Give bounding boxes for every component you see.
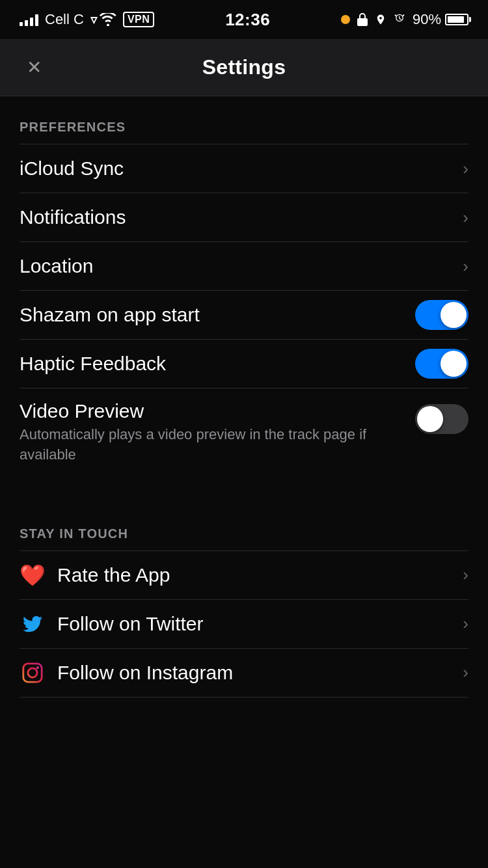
page-title: Settings <box>202 55 286 79</box>
instagram-left: Follow on Instagram <box>20 662 463 684</box>
twitter-content: Follow on Twitter <box>57 613 463 635</box>
carrier-name: Cell C <box>45 11 84 28</box>
location-icon <box>375 12 386 27</box>
close-icon: ✕ <box>27 59 42 77</box>
twitter-icon <box>20 614 46 634</box>
rate-app-left: ❤️ Rate the App <box>20 563 463 588</box>
video-preview-subtitle: Automatically plays a video preview in t… <box>20 425 415 465</box>
settings-content: PREFERENCES iCloud Sync › Notifications … <box>0 96 488 698</box>
svg-point-2 <box>28 668 37 677</box>
icloud-sync-label: iCloud Sync <box>20 157 124 179</box>
video-preview-content: Video Preview Automatically plays a vide… <box>20 400 415 465</box>
shazam-on-start-toggle-thumb <box>441 302 467 328</box>
video-preview-toggle-thumb <box>417 406 443 432</box>
heart-icon: ❤️ <box>20 563 46 588</box>
vpn-badge: VPN <box>123 12 154 27</box>
section-gap <box>0 477 488 503</box>
video-preview-left: Video Preview Automatically plays a vide… <box>20 400 415 465</box>
lock-icon <box>357 12 368 27</box>
shazam-on-start-item[interactable]: Shazam on app start <box>0 291 488 339</box>
signal-bars-icon <box>20 13 38 26</box>
wifi-icon: ▿️ <box>90 12 97 27</box>
svg-rect-0 <box>357 18 368 26</box>
alarm-icon <box>393 12 406 27</box>
battery-container: 90% <box>413 11 468 28</box>
stay-in-touch-section-header: STAY IN TOUCH <box>0 503 488 550</box>
haptic-feedback-toggle-thumb <box>441 351 467 377</box>
shazam-on-start-content: Shazam on app start <box>20 304 415 326</box>
location-content: Location <box>20 255 463 277</box>
video-preview-label: Video Preview <box>20 400 144 422</box>
header: ✕ Settings <box>0 39 488 96</box>
instagram-chevron-icon: › <box>463 662 468 683</box>
notifications-chevron-icon: › <box>463 208 468 228</box>
twitter-item[interactable]: Follow on Twitter › <box>0 600 488 648</box>
instagram-item[interactable]: Follow on Instagram › <box>0 649 488 697</box>
location-chevron-icon: › <box>463 256 468 277</box>
icloud-sync-chevron-icon: › <box>463 159 468 179</box>
rate-app-item[interactable]: ❤️ Rate the App › <box>0 551 488 599</box>
close-button[interactable]: ✕ <box>20 53 48 82</box>
divider-8 <box>20 697 468 698</box>
twitter-left: Follow on Twitter <box>20 613 463 635</box>
rate-app-content: Rate the App <box>57 564 463 586</box>
shazam-on-start-toggle[interactable] <box>415 300 468 330</box>
rate-app-label: Rate the App <box>57 564 170 586</box>
video-preview-toggle[interactable] <box>415 404 468 434</box>
twitter-label: Follow on Twitter <box>57 613 204 634</box>
location-label: Location <box>20 255 93 277</box>
icloud-sync-item[interactable]: iCloud Sync › <box>0 144 488 193</box>
wifi-symbol-icon <box>100 13 116 26</box>
instagram-content: Follow on Instagram <box>57 662 463 684</box>
video-preview-item[interactable]: Video Preview Automatically plays a vide… <box>0 388 488 477</box>
rate-app-chevron-icon: › <box>463 565 468 585</box>
preferences-section-header: PREFERENCES <box>0 96 488 144</box>
svg-point-3 <box>36 666 39 669</box>
battery-icon <box>445 14 468 25</box>
status-left: Cell C ▿️ VPN <box>20 11 154 28</box>
svg-rect-1 <box>23 663 42 681</box>
notifications-item[interactable]: Notifications › <box>0 193 488 241</box>
instagram-icon <box>20 662 46 684</box>
icloud-sync-left: iCloud Sync <box>20 157 463 180</box>
location-item[interactable]: Location › <box>0 242 488 290</box>
haptic-feedback-toggle[interactable] <box>415 349 468 379</box>
instagram-label: Follow on Instagram <box>57 662 233 683</box>
haptic-feedback-left: Haptic Feedback <box>20 353 415 375</box>
haptic-feedback-label: Haptic Feedback <box>20 353 166 374</box>
haptic-feedback-item[interactable]: Haptic Feedback <box>0 340 488 388</box>
shazam-on-start-label: Shazam on app start <box>20 304 200 325</box>
notifications-left: Notifications <box>20 206 463 228</box>
status-right: 90% <box>341 11 468 28</box>
status-time: 12:36 <box>225 10 270 30</box>
location-left: Location <box>20 255 463 277</box>
icloud-sync-content: iCloud Sync <box>20 157 463 180</box>
twitter-chevron-icon: › <box>463 614 468 634</box>
battery-percent: 90% <box>413 11 441 28</box>
status-bar: Cell C ▿️ VPN 12:36 90% <box>0 0 488 39</box>
haptic-feedback-content: Haptic Feedback <box>20 353 415 375</box>
shazam-on-start-left: Shazam on app start <box>20 304 415 326</box>
notifications-label: Notifications <box>20 206 126 228</box>
recording-dot-icon <box>341 15 350 24</box>
notifications-content: Notifications <box>20 206 463 228</box>
